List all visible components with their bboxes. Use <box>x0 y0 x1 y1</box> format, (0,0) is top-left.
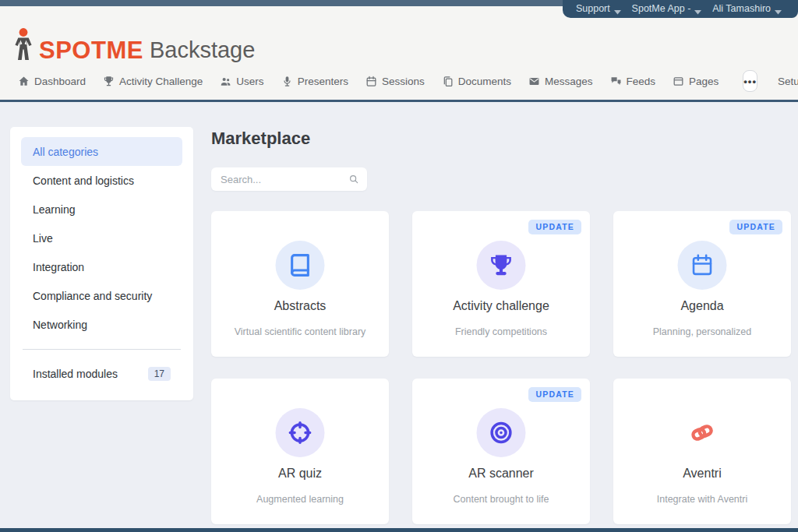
module-card-grid: Abstracts Virtual scientific content lib… <box>211 211 791 524</box>
sidebar-item-networking[interactable]: Networking <box>21 310 182 339</box>
calendar-icon <box>690 253 715 277</box>
sidebar-item-live[interactable]: Live <box>21 224 182 252</box>
module-card-abstracts[interactable]: Abstracts Virtual scientific content lib… <box>211 211 389 357</box>
module-card-agenda[interactable]: UPDATE Agenda Planning, personalized <box>613 211 791 357</box>
content-area: All categories Content and logistics Lea… <box>0 104 798 528</box>
search-input[interactable] <box>221 174 348 185</box>
sidebar-item-learning[interactable]: Learning <box>21 195 182 224</box>
module-title: Activity challenge <box>412 299 590 313</box>
users-icon <box>220 76 231 87</box>
envelope-icon <box>528 76 540 87</box>
nav-item-label: Dashboard <box>34 76 86 87</box>
trophy-fill-icon <box>489 253 514 277</box>
nav-item-label: Users <box>236 76 263 87</box>
sidebar-category-label: Learning <box>33 203 76 216</box>
crosshair-icon <box>288 421 312 445</box>
sidebar-item-integration[interactable]: Integration <box>21 252 182 281</box>
aventri-icon <box>690 421 715 445</box>
sidebar-category-label: Integration <box>33 261 84 273</box>
nav-item-label: Feeds <box>627 76 656 87</box>
topbar-link[interactable]: SpotMe App - <box>632 3 702 14</box>
nav-item-activity-challenge[interactable]: Activity Challenge <box>94 69 211 93</box>
nav-item-sessions[interactable]: Sessions <box>357 69 433 93</box>
module-subtitle: Augmented learning <box>211 494 389 505</box>
nav-item-dashboard[interactable]: Dashboard <box>9 69 94 93</box>
sidebar-item-installed-modules[interactable]: Installed modules17 <box>21 359 182 388</box>
mic-icon <box>281 76 293 87</box>
chevron-down-icon <box>694 6 701 11</box>
category-sidebar: All categories Content and logistics Lea… <box>10 127 193 400</box>
sidebar-item-content-and-logistics[interactable]: Content and logistics <box>21 166 182 195</box>
module-title: AR quiz <box>211 467 389 481</box>
nav-item-users[interactable]: Users <box>211 69 272 93</box>
nav-item-presenters[interactable]: Presenters <box>273 69 357 93</box>
main-nav: Dashboard Activity Challenge Users Prese… <box>9 67 789 95</box>
module-subtitle: Friendly competitions <box>412 326 590 337</box>
topbar-link-label: Ali Tamashiro <box>712 3 771 14</box>
update-badge: UPDATE <box>729 220 782 234</box>
module-icon-circle <box>276 408 325 457</box>
module-card-activity-challenge[interactable]: UPDATE Activity challenge Friendly compe… <box>412 211 590 357</box>
topbar-link-label: SpotMe App - <box>632 3 691 14</box>
module-icon-circle <box>678 241 727 290</box>
nav-item-feeds[interactable]: Feeds <box>602 69 665 93</box>
sidebar-category-label: Compliance and security <box>33 290 152 302</box>
module-icon-circle <box>477 408 526 457</box>
sidebar-item-compliance-and-security[interactable]: Compliance and security <box>21 281 182 310</box>
search-box <box>211 167 367 191</box>
module-card-aventri[interactable]: Aventri Integrate with Aventri <box>613 379 791 524</box>
sidebar-category-label: Content and logistics <box>33 174 134 187</box>
nav-item-pages[interactable]: Pages <box>664 69 727 93</box>
nav-item-documents[interactable]: Documents <box>433 69 520 93</box>
update-badge: UPDATE <box>528 220 581 234</box>
topbar-link[interactable]: Ali Tamashiro <box>712 3 782 14</box>
nav-item-label: Documents <box>458 76 511 87</box>
module-icon-circle <box>678 408 727 457</box>
module-title: Aventri <box>613 467 791 481</box>
account-bar: Support SpotMe App - Ali Tamashiro <box>563 0 798 18</box>
nav-setup-label: Setup <box>778 76 798 87</box>
brand-name: SPOTME <box>39 39 143 62</box>
header: SPOTME Backstage Dashboard Activity Chal… <box>0 6 798 102</box>
nav-item-label: Activity Challenge <box>119 76 203 87</box>
sidebar-item-all-categories[interactable]: All categories <box>21 137 182 166</box>
nav-item-label: Sessions <box>382 76 425 87</box>
installed-modules-label: Installed modules <box>33 368 118 380</box>
brand-logo[interactable]: SPOTME Backstage <box>12 27 255 62</box>
nav-item-label: Messages <box>545 76 593 87</box>
module-subtitle: Planning, personalized <box>613 326 791 337</box>
sidebar-category-label: Networking <box>33 319 87 331</box>
topbar-link-label: Support <box>576 3 610 14</box>
brand-suffix: Backstage <box>150 40 255 62</box>
module-icon-circle <box>276 241 325 290</box>
pages-icon <box>673 76 684 87</box>
nav-setup-dropdown[interactable]: Setup <box>778 76 798 87</box>
chevron-down-icon <box>775 6 782 11</box>
target-icon <box>489 421 514 445</box>
module-card-ar-quiz[interactable]: AR quiz Augmented learning <box>211 379 389 524</box>
module-icon-circle <box>477 241 526 290</box>
nav-more-button[interactable]: ••• <box>743 70 757 92</box>
update-badge: UPDATE <box>528 387 581 402</box>
module-card-ar-scanner[interactable]: UPDATE AR scanner Content brought to lif… <box>412 379 590 524</box>
module-subtitle: Integrate with Aventri <box>613 494 791 505</box>
module-subtitle: Virtual scientific content library <box>211 326 389 337</box>
nav-item-label: Pages <box>689 76 719 87</box>
chevron-down-icon <box>614 6 621 11</box>
module-title: Agenda <box>613 299 791 313</box>
page-title: Marketplace <box>211 129 310 149</box>
documents-icon <box>442 76 454 87</box>
nav-item-label: Presenters <box>298 76 348 87</box>
feeds-icon <box>610 76 622 87</box>
module-title: AR scanner <box>412 467 590 481</box>
calendar-icon <box>365 76 377 87</box>
topbar-link[interactable]: Support <box>576 3 621 14</box>
book-icon <box>288 253 312 277</box>
sidebar-category-label: All categories <box>33 146 98 158</box>
module-title: Abstracts <box>211 299 389 313</box>
installed-count-badge: 17 <box>148 367 171 381</box>
nav-item-messages[interactable]: Messages <box>520 69 602 93</box>
module-subtitle: Content brought to life <box>412 494 590 505</box>
search-icon <box>348 174 359 185</box>
trophy-icon <box>103 76 115 87</box>
